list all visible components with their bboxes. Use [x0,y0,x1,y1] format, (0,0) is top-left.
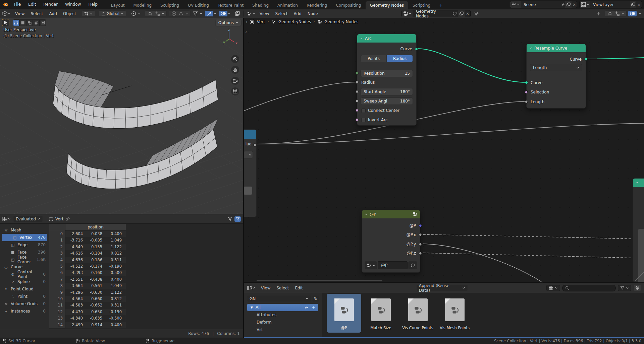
node-overlays-toggle[interactable] [628,10,637,17]
node-arc-header[interactable]: Arc [357,34,416,43]
snap-group[interactable] [145,10,167,17]
menu-edit[interactable]: Edit [24,0,40,9]
node-editor-hscrollbar[interactable] [257,280,382,281]
menu-window[interactable]: Window [61,0,85,9]
position-column-header[interactable]: position [65,224,126,231]
node-menu-node[interactable]: Node [305,11,321,16]
scene-unlink-button[interactable]: × [572,2,577,7]
evaluated-dropdown[interactable]: Evaluated [13,216,43,222]
attr-name-field[interactable]: @P [378,261,408,269]
resample-mode-dropdown[interactable]: Length [530,64,582,71]
asset-menu-select[interactable]: Select [273,286,292,290]
cut-node-right[interactable] [633,178,644,282]
expand-triangle-icon[interactable]: ▼ [251,306,253,309]
display-mode-dropdown[interactable] [546,285,560,291]
visibility-filter-dropdown[interactable] [191,10,205,17]
overlays-dropdown-chevron[interactable] [638,12,641,15]
add-catalog-button[interactable]: + [312,305,316,310]
catalog-drop-icon[interactable] [305,305,309,310]
show-overlays-toggle[interactable] [219,10,228,17]
viewlayer-browse-button[interactable] [580,1,590,8]
proportional-edit-group[interactable] [169,10,191,17]
breadcrumb-item[interactable]: Geometry Nodes [324,19,358,24]
node-arc[interactable]: Arc Curve Points Radius Resolution 15 Ra… [357,34,417,126]
search-input[interactable] [562,285,616,291]
arc-radius-input-socket[interactable] [356,81,359,84]
attr-group-browse-button[interactable] [365,261,377,269]
invert-arc-checkbox[interactable] [361,118,366,122]
breadcrumb-item[interactable]: Vert [257,19,265,24]
camera-view-button[interactable] [231,77,239,85]
arc-sweep-angle-field[interactable]: Sweep Angl 180° [361,97,413,105]
tree-item-instances[interactable]: ∗Instances0 [0,307,49,315]
table-row[interactable]: 6-4.393-0.160-0.500 [49,270,126,276]
viewport-menu-select[interactable]: Select [28,11,46,16]
tree-item-point[interactable]: ∴Point0 [0,293,49,300]
node-snap-group[interactable] [605,10,627,17]
pin-icon[interactable] [474,11,479,16]
workspace-tab-texture-paint[interactable]: Texture Paint [213,1,248,9]
collapse-chevron-icon[interactable] [365,213,368,215]
asset-card-match-size[interactable]: Match Size [364,294,398,333]
show-gizmo-toggle[interactable] [205,10,214,17]
catalog-attributes[interactable]: Attributes [244,311,322,319]
arc-invert-input-socket[interactable] [356,118,359,121]
viewport-menu-add[interactable]: Add [46,11,60,16]
fake-user-shield-icon[interactable] [452,11,457,16]
scene-browse-button[interactable] [510,1,521,8]
nodetree-unlink-button[interactable]: × [465,11,470,16]
pivot-point-dropdown[interactable] [129,10,143,17]
scene-new-button[interactable] [565,1,572,8]
menu-file[interactable]: File [10,0,24,9]
nodetree-name[interactable]: Geometry Nodes [413,9,451,18]
node-editor[interactable]: ›Vert›GeometryNodes›Geometry Nodes lue A… [244,18,644,283]
tree-item-edge[interactable]: ◫Edge870 [0,241,49,249]
select-subtract-button[interactable] [26,19,33,26]
editor-type-button[interactable] [244,11,257,16]
connect-center-checkbox[interactable] [361,109,366,113]
select-invert-button[interactable] [33,19,40,26]
viewlayer-name[interactable]: ViewLayer [590,2,630,7]
tree-item-vertex[interactable]: □Vertex476 [2,234,47,241]
catalog-all[interactable]: ▼All+ [247,304,318,311]
editor-type-button[interactable] [247,285,255,291]
tree-item-mesh[interactable]: ▽Mesh [0,226,49,234]
pan-button[interactable] [231,66,239,74]
library-dropdown[interactable]: GN [247,295,311,302]
tree-item-face-corner[interactable]: ◰Face Corner1.6K [0,256,49,263]
viewlayer-remove-button[interactable]: × [636,2,642,7]
select-intersect-button[interactable] [40,19,46,26]
resample-curve-input-socket[interactable] [525,81,528,84]
table-row[interactable]: 0-2.6040.0380.400 [49,231,126,237]
arc-start-angle-input-socket[interactable] [356,90,359,93]
editor-type-button[interactable] [2,216,11,222]
filter-dropdown[interactable] [618,285,631,291]
collapse-chevron-icon[interactable] [635,182,638,184]
collapse-chevron-icon[interactable] [360,37,363,40]
value-node-partial[interactable]: lue [244,129,257,217]
arc-resolution-input-socket[interactable] [356,72,359,75]
table-row[interactable]: 12-4.470-0.650-0.190 [49,309,126,315]
tree-item-point-cloud[interactable]: ∷Point Cloud [0,285,49,293]
workspace-tab-sculpting[interactable]: Sculpting [156,1,183,9]
value-slider-partial[interactable] [244,187,252,195]
import-method-dropdown[interactable]: Append (Reuse Data) [417,285,468,291]
nodetree-new-button[interactable] [458,10,465,17]
funnel-icon[interactable] [228,216,232,222]
table-row[interactable]: 10-4.564-0.6600.812 [49,296,126,302]
scene-name[interactable]: Scene [521,2,560,7]
value-dropdown-partial[interactable] [244,151,253,158]
attr-fake-user-button[interactable] [408,261,417,269]
node-attribute-p[interactable]: @P @P @P.x @P.y @P.z @P [362,210,420,273]
wire-attr-pz[interactable] [423,253,632,258]
xray-toggle[interactable] [233,10,241,17]
node-menu-view[interactable]: View [257,11,272,16]
settings-button[interactable] [633,285,641,291]
node-attribute-header[interactable]: @P [362,210,420,218]
pin-icon[interactable] [560,2,565,7]
table-row[interactable]: 13-4.340-0.635-0.500 [49,315,126,322]
workspace-tab-compositing[interactable]: Compositing [331,1,365,9]
resample-curve-output-socket[interactable] [584,58,587,61]
axis-gizmo[interactable]: z y x [220,27,238,46]
parent-tree-button[interactable] [594,10,603,17]
